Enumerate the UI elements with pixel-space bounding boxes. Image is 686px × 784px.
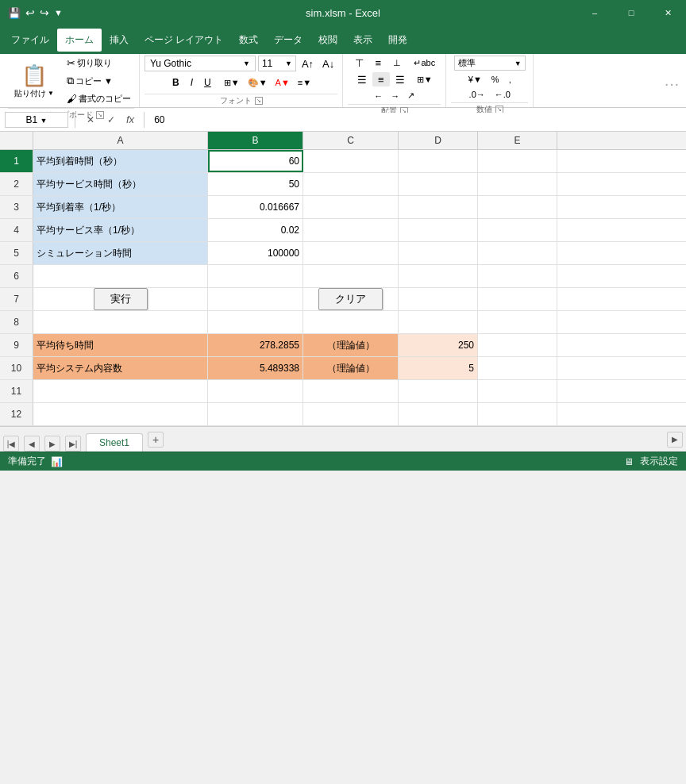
font-extra-button[interactable]: ≡▼ — [295, 76, 314, 89]
cut-button[interactable]: ✂切り取り — [64, 56, 134, 71]
cell-6-b[interactable] — [208, 265, 303, 287]
cell-7-d[interactable] — [399, 288, 478, 310]
sheet-tab-sheet1[interactable]: Sheet1 — [86, 433, 143, 452]
cell-9-c[interactable]: （理論値） — [303, 334, 399, 356]
cell-5-d[interactable] — [399, 242, 478, 264]
orientation-button[interactable]: ↗ — [404, 89, 418, 102]
cell-9-d[interactable]: 250 — [399, 334, 478, 356]
cell-5-e[interactable] — [478, 242, 557, 264]
row-num-7[interactable]: 7 — [0, 288, 33, 310]
align-right-button[interactable]: ☰ — [391, 72, 409, 86]
cell-5-a[interactable]: シミュレーション時間 — [33, 242, 208, 264]
formula-input[interactable] — [151, 113, 681, 127]
underline-button[interactable]: U — [199, 75, 216, 90]
row-num-8[interactable]: 8 — [0, 311, 33, 333]
cell-2-b[interactable]: 50 — [208, 173, 303, 195]
decrease-decimal-button[interactable]: .0→ — [465, 88, 489, 101]
clear-button[interactable]: クリア — [318, 288, 383, 310]
cell-4-c[interactable] — [303, 219, 399, 241]
cell-6-a[interactable] — [33, 265, 208, 287]
cell-2-d[interactable] — [399, 173, 478, 195]
cell-1-b[interactable]: 60 — [208, 150, 303, 172]
tab-nav-last[interactable]: ▶| — [65, 436, 81, 452]
font-decrease-button[interactable]: A↓ — [319, 56, 337, 71]
cell-4-a[interactable]: 平均サービス率（1/秒） — [33, 219, 208, 241]
cell-4-e[interactable] — [478, 219, 557, 241]
cell-8-a[interactable] — [33, 311, 208, 333]
menu-data[interactable]: データ — [266, 29, 310, 52]
maximize-button[interactable]: □ — [613, 0, 649, 25]
close-button[interactable]: ✕ — [649, 0, 686, 25]
cell-3-a[interactable]: 平均到着率（1/秒） — [33, 196, 208, 218]
menu-developer[interactable]: 開発 — [380, 29, 415, 52]
col-header-c[interactable]: C — [303, 132, 399, 149]
align-center-button[interactable]: ≡ — [372, 72, 390, 86]
align-middle-button[interactable]: ≡ — [369, 56, 387, 70]
cell-8-c[interactable] — [303, 311, 399, 333]
row-num-9[interactable]: 9 — [0, 334, 33, 356]
cell-10-c[interactable]: （理論値） — [303, 357, 399, 379]
align-left-button[interactable]: ☰ — [353, 72, 371, 86]
cell-6-c[interactable] — [303, 265, 399, 287]
tab-nav-next[interactable]: ▶ — [44, 436, 60, 452]
cell-6-d[interactable] — [399, 265, 478, 287]
save-icon[interactable]: 💾 — [8, 7, 21, 19]
increase-decimal-button[interactable]: ←.0 — [491, 88, 514, 101]
menu-insert[interactable]: 挿入 — [102, 29, 137, 52]
row-num-5[interactable]: 5 — [0, 242, 33, 264]
cell-9-b[interactable]: 278.2855 — [208, 334, 303, 356]
cell-1-c[interactable] — [303, 150, 399, 172]
format-painter-button[interactable]: 🖌書式のコピー — [64, 91, 134, 106]
wrap-text-button[interactable]: ↵abc — [410, 56, 438, 70]
font-increase-button[interactable]: A↑ — [299, 56, 317, 71]
font-name-dropdown[interactable]: Yu Gothic ▼ — [145, 56, 256, 71]
run-button[interactable]: 実行 — [94, 288, 148, 310]
cell-1-d[interactable] — [399, 150, 478, 172]
cell-4-d[interactable] — [399, 219, 478, 241]
cell-10-a[interactable]: 平均システム内容数 — [33, 357, 208, 379]
row-num-4[interactable]: 4 — [0, 219, 33, 241]
menu-file[interactable]: ファイル — [3, 29, 57, 52]
cell-5-c[interactable] — [303, 242, 399, 264]
row-num-10[interactable]: 10 — [0, 357, 33, 379]
redo-icon[interactable]: ↪ — [40, 6, 49, 19]
cell-11-d[interactable] — [399, 380, 478, 402]
cell-12-b[interactable] — [208, 403, 303, 425]
cell-8-b[interactable] — [208, 311, 303, 333]
confirm-formula-button[interactable]: ✓ — [102, 113, 120, 127]
cell-8-e[interactable] — [478, 311, 557, 333]
align-top-button[interactable]: ⊤ — [350, 56, 368, 70]
cell-7-e[interactable] — [478, 288, 557, 310]
cell-11-c[interactable] — [303, 380, 399, 402]
cell-6-e[interactable] — [478, 265, 557, 287]
cell-7-b[interactable] — [208, 288, 303, 310]
row-num-2[interactable]: 2 — [0, 173, 33, 195]
cell-10-d[interactable]: 5 — [399, 357, 478, 379]
cell-11-b[interactable] — [208, 380, 303, 402]
cell-12-c[interactable] — [303, 403, 399, 425]
indent-decrease-button[interactable]: ← — [371, 90, 386, 102]
cell-3-b[interactable]: 0.016667 — [208, 196, 303, 218]
menu-page-layout[interactable]: ページ レイアウト — [137, 29, 231, 52]
font-expand[interactable]: ↘ — [255, 97, 263, 105]
cell-3-c[interactable] — [303, 196, 399, 218]
font-size-dropdown[interactable]: 11 ▼ — [258, 56, 296, 71]
cell-2-c[interactable] — [303, 173, 399, 195]
cell-9-a[interactable]: 平均待ち時間 — [33, 334, 208, 356]
cell-11-a[interactable] — [33, 380, 208, 402]
indent-increase-button[interactable]: → — [387, 90, 403, 102]
comma-button[interactable]: , — [505, 73, 515, 86]
col-header-a[interactable]: A — [33, 132, 208, 149]
copy-button[interactable]: ⧉コピー ▼ — [64, 73, 134, 89]
customize-icon[interactable]: ▼ — [54, 8, 63, 17]
cell-3-d[interactable] — [399, 196, 478, 218]
cell-9-e[interactable] — [478, 334, 557, 356]
paste-button[interactable]: 📋 貼り付け ▼ — [8, 60, 60, 102]
cell-11-e[interactable] — [478, 380, 557, 402]
menu-review[interactable]: 校閲 — [310, 29, 345, 52]
tab-nav-prev[interactable]: ◀ — [24, 436, 40, 452]
cell-5-b[interactable]: 100000 — [208, 242, 303, 264]
cell-12-e[interactable] — [478, 403, 557, 425]
cell-12-d[interactable] — [399, 403, 478, 425]
align-bottom-button[interactable]: ⊥ — [388, 56, 406, 70]
